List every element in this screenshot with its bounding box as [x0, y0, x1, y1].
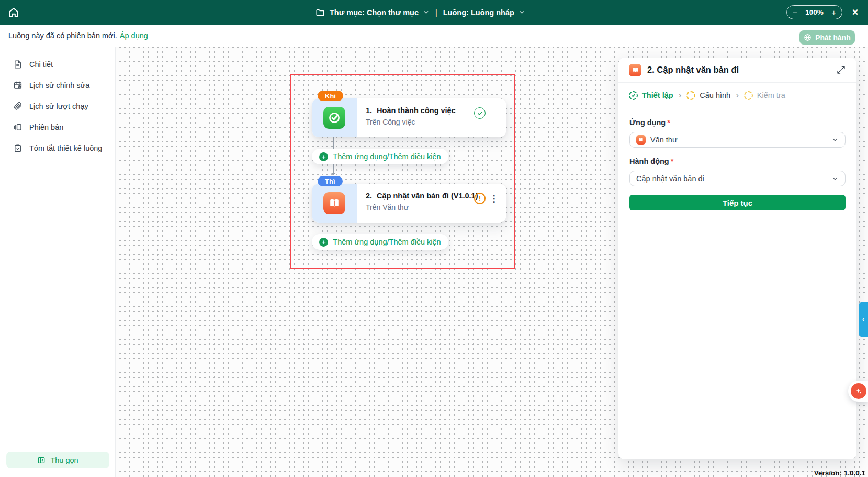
field-label-text: Hành động	[629, 157, 669, 165]
home-icon	[7, 6, 20, 19]
notification-text: Luồng này đã có phiên bản mới.Áp dụng	[8, 31, 148, 40]
continue-button[interactable]: Tiếp tục	[629, 195, 846, 210]
step-label: Thiết lập	[642, 91, 673, 99]
home-button[interactable]	[6, 5, 21, 20]
node-content: 2. Cập nhật văn bản đi (V1.0.1) Trên Văn…	[357, 184, 478, 223]
paperclip-icon	[13, 102, 22, 111]
file-text-icon	[13, 60, 22, 69]
app-select[interactable]: Văn thư	[629, 132, 846, 148]
folder-dropdown-label: Thư mục: Chọn thư mục	[330, 8, 419, 17]
action-select[interactable]: Cập nhật văn bản đi	[629, 171, 846, 186]
node-order: 1.	[366, 106, 372, 115]
sidebar-item-lich-su-luot-chay[interactable]: Lịch sử lượt chạy	[0, 96, 115, 117]
sidebar-item-label: Tóm tắt thiết kế luồng	[29, 144, 102, 152]
expand-icon[interactable]	[836, 65, 846, 75]
step-label: Cấu hình	[700, 91, 730, 99]
task-app-icon	[323, 107, 345, 129]
notification-bar: Luồng này đã có phiên bản mới.Áp dụng Ph…	[0, 25, 868, 47]
warning-status-icon: !	[474, 193, 486, 204]
action-field: Hành động* Cập nhật văn bản đi	[629, 157, 846, 186]
step-pending-icon	[686, 91, 695, 100]
add-step-button-1[interactable]: + Thêm ứng dụng/Thêm điều kiện	[312, 149, 448, 164]
top-bar: Thư mục: Chọn thư mục | Luồng: Luồng nhá…	[0, 0, 868, 25]
panel-collapse-tab[interactable]: ‹	[859, 302, 868, 337]
action-select-value: Cập nhật văn bản đi	[636, 174, 704, 183]
publish-button[interactable]: Phát hành	[799, 30, 855, 45]
panel-header: 2. Cập nhật văn bản đi	[618, 58, 856, 83]
sparkle-icon	[854, 387, 863, 395]
zoom-in-button[interactable]: +	[831, 8, 836, 16]
version-label: Version: 1.0.0.1	[814, 469, 865, 477]
left-sidebar: Chi tiết Lịch sử chỉnh sửa Lịch sử lượt …	[0, 47, 116, 477]
sidebar-item-chi-tiet[interactable]: Chi tiết	[0, 54, 115, 75]
step-separator: ›	[736, 91, 739, 101]
assistant-fab-container	[848, 381, 868, 402]
chevron-down-icon	[423, 9, 430, 16]
sidebar-item-phien-ban[interactable]: Phiên bản	[0, 117, 115, 138]
step-thiet-lap[interactable]: Thiết lập	[629, 91, 673, 100]
collapse-sidebar-button[interactable]: Thu gọn	[6, 452, 109, 468]
step-separator: ›	[679, 91, 682, 101]
sidebar-item-label: Chi tiết	[29, 60, 53, 69]
clipboard-icon	[13, 143, 22, 153]
versions-icon	[13, 123, 22, 132]
app-field: Ứng dụng* Văn thư	[629, 118, 846, 148]
zoom-out-button[interactable]: −	[793, 8, 797, 16]
step-cau-hinh[interactable]: Cấu hình	[686, 91, 730, 100]
config-panel: 2. Cập nhật văn bản đi Thiết lập › Cấu h…	[618, 58, 856, 459]
document-app-icon	[636, 135, 646, 145]
sidebar-item-tom-tat-thiet-ke-luong[interactable]: Tóm tắt thiết kế luồng	[0, 138, 115, 159]
step-kiem-tra[interactable]: Kiểm tra	[744, 91, 785, 100]
node-title-text: Hoàn thành công việc	[377, 106, 456, 115]
publish-button-label: Phát hành	[815, 34, 851, 42]
plus-icon: +	[319, 238, 328, 247]
node-title: 2. Cập nhật văn bản đi (V1.0.1)	[366, 192, 478, 200]
folder-icon	[315, 8, 325, 17]
collapse-sidebar-label: Thu gọn	[50, 456, 78, 464]
globe-icon	[804, 34, 811, 41]
folder-dropdown[interactable]: Thư mục: Chọn thư mục	[315, 8, 430, 17]
field-label-text: Ứng dụng	[629, 118, 666, 127]
main-area: Chi tiết Lịch sử chỉnh sửa Lịch sử lượt …	[0, 47, 868, 477]
close-icon: ✕	[852, 7, 859, 17]
success-status-icon	[474, 107, 486, 119]
panel-title: 2. Cập nhật văn bản đi	[647, 65, 830, 75]
chevron-left-icon: ‹	[862, 316, 864, 323]
plus-icon: +	[319, 152, 328, 161]
workflow-node-2[interactable]: 2. Cập nhật văn bản đi (V1.0.1) Trên Văn…	[312, 184, 506, 223]
workflow-node-1[interactable]: 1. Hoàn thành công việc Trên Công việc	[312, 98, 506, 137]
sidebar-menu: Chi tiết Lịch sử chỉnh sửa Lịch sử lượt …	[0, 47, 115, 159]
calendar-history-icon	[13, 81, 22, 90]
sidebar-item-label: Lịch sử chỉnh sửa	[29, 81, 89, 90]
close-button[interactable]: ✕	[849, 6, 862, 19]
node-app-section	[312, 98, 357, 137]
flow-dropdown[interactable]: Luồng: Luồng nháp	[443, 8, 525, 17]
chevron-down-icon	[831, 136, 839, 143]
step-done-icon	[629, 91, 638, 100]
required-mark: *	[667, 118, 670, 127]
step-label: Kiểm tra	[757, 91, 785, 99]
action-badge: Thì	[318, 176, 343, 186]
field-label: Hành động*	[629, 157, 846, 165]
add-step-label: Thêm ứng dụng/Thêm điều kiện	[333, 238, 441, 246]
node-content: 1. Hoàn thành công việc Trên Công việc	[357, 98, 456, 137]
panel-body: Ứng dụng* Văn thư Hành động* Cập	[618, 108, 856, 210]
apply-link[interactable]: Áp dụng	[120, 31, 148, 40]
add-step-button-2[interactable]: + Thêm ứng dụng/Thêm điều kiện	[312, 234, 448, 250]
flow-dropdown-label: Luồng: Luồng nháp	[443, 8, 514, 17]
kebab-menu-icon[interactable]: ⋮	[490, 192, 498, 205]
chevron-down-icon	[518, 9, 525, 16]
trigger-badge: Khi	[318, 91, 343, 101]
sidebar-item-lich-su-chinh-sua[interactable]: Lịch sử chỉnh sửa	[0, 75, 115, 96]
sidebar-item-label: Phiên bản	[29, 123, 63, 131]
node-title: 1. Hoàn thành công việc	[366, 106, 456, 115]
add-step-label: Thêm ứng dụng/Thêm điều kiện	[333, 152, 441, 161]
step-pending-icon	[744, 91, 753, 100]
sparkle-assistant-button[interactable]	[851, 383, 866, 399]
collapse-panel-icon	[37, 456, 46, 464]
app-select-value: Văn thư	[650, 136, 678, 144]
zoom-control: − 100% +	[786, 5, 842, 19]
topbar-context: Thư mục: Chọn thư mục | Luồng: Luồng nhá…	[315, 0, 525, 25]
chevron-down-icon	[831, 175, 839, 182]
node-app-section	[312, 184, 357, 223]
